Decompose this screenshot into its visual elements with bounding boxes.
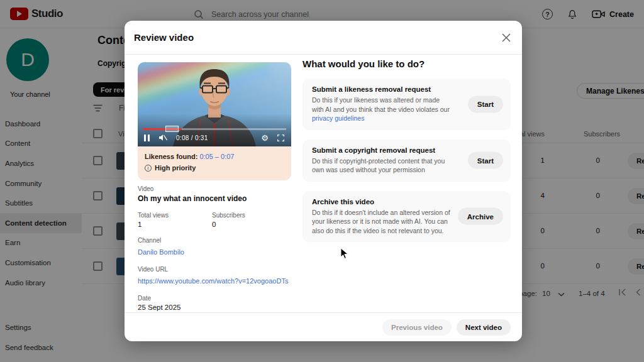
previous-video-button[interactable]: Previous video	[382, 319, 452, 336]
archive-video-button[interactable]: Archive	[458, 208, 503, 225]
video-player[interactable]: 0:08 / 0:31 ⚙	[138, 62, 291, 146]
modal-footer: Previous video Next video	[125, 312, 522, 341]
playback-time: 0:08 / 0:31	[176, 134, 208, 141]
modal-title: Review video	[134, 32, 194, 43]
fullscreen-icon[interactable]	[277, 134, 285, 142]
priority-label: High priority	[155, 164, 196, 172]
option-copyright-removal: Submit a copyright removal request Do th…	[303, 140, 511, 182]
info-icon: i	[145, 165, 152, 172]
likeness-segment-marker	[165, 126, 179, 132]
subscribers-label: Subscribers	[212, 212, 245, 219]
date-value: 25 Sept 2025	[138, 304, 291, 311]
likeness-timestamp-link[interactable]: 0:05 – 0:07	[199, 153, 234, 160]
video-url-link[interactable]: https://www.youtube.com/watch?v=12vogoao…	[138, 277, 288, 285]
option-likeness-removal: Submit a likeness removal request Do thi…	[303, 79, 511, 130]
channel-label: Channel	[138, 237, 291, 244]
video-info-panel: Video Oh my what an innocent video Total…	[138, 185, 291, 320]
date-label: Date	[138, 295, 291, 302]
total-views-label: Total views	[138, 212, 212, 219]
actions-heading: What would you like to do?	[303, 58, 511, 69]
likeness-found-label: Likeness found:	[145, 153, 197, 160]
next-video-button[interactable]: Next video	[457, 319, 511, 336]
review-video-modal: Review video	[125, 21, 522, 341]
privacy-guidelines-link[interactable]: privacy guidelines	[312, 114, 364, 122]
mouse-cursor	[340, 248, 348, 260]
video-title: Oh my what an innocent video	[138, 194, 291, 203]
pause-icon[interactable]	[144, 134, 150, 141]
start-likeness-request-button[interactable]: Start	[468, 96, 503, 112]
video-label: Video	[138, 185, 291, 192]
close-icon[interactable]	[500, 31, 513, 44]
video-url-label: Video URL	[138, 266, 291, 273]
likeness-found-banner: Likeness found: 0:05 – 0:07 i High prior…	[138, 146, 291, 180]
total-views-value: 1	[138, 221, 212, 228]
settings-gear-icon[interactable]: ⚙	[261, 134, 269, 142]
mute-icon[interactable]	[158, 133, 168, 142]
progress-bar[interactable]	[143, 128, 286, 130]
channel-link[interactable]: Danilo Bombilo	[138, 248, 184, 256]
subscribers-value: 0	[212, 221, 245, 228]
start-copyright-request-button[interactable]: Start	[468, 152, 503, 169]
video-player-card: 0:08 / 0:31 ⚙ Likeness found: 0:05 – 0:0…	[138, 62, 291, 180]
actions-panel: What would you like to do? Submit a like…	[303, 58, 511, 251]
option-archive-video: Archive this video Do this if it doesn't…	[303, 191, 511, 243]
